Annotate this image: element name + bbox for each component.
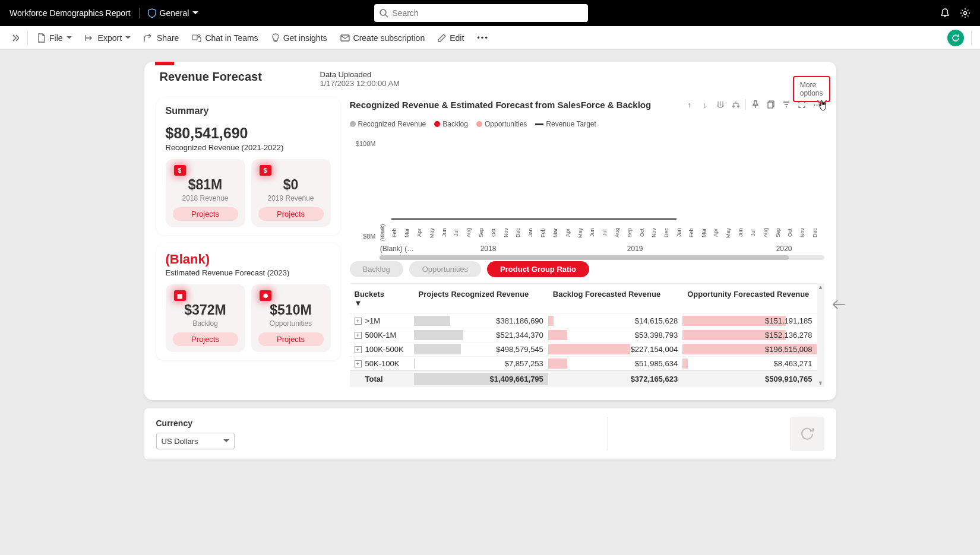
recognized-revenue-value: $80,541,690 xyxy=(166,125,331,142)
settings-icon[interactable] xyxy=(960,8,970,18)
file-menu[interactable]: File xyxy=(33,31,77,45)
pin-icon[interactable] xyxy=(748,97,763,112)
export-menu[interactable]: Export xyxy=(80,31,135,45)
pencil-icon xyxy=(438,34,446,42)
filter-icon[interactable] xyxy=(779,97,794,112)
expand-row-icon[interactable]: + xyxy=(355,332,362,339)
export-icon xyxy=(85,34,94,42)
th-recognized[interactable]: Projects Recognized Revenue xyxy=(414,287,548,310)
legend-marker xyxy=(476,121,482,127)
share-button[interactable]: Share xyxy=(139,31,184,45)
recognized-cell: $381,186,690 xyxy=(496,316,543,325)
uploaded-value: 1/17/2023 12:00:00 AM xyxy=(320,79,400,88)
more-actions-icon[interactable]: ••• xyxy=(472,31,494,45)
card-value: $0 xyxy=(254,177,328,193)
x-label: Sep xyxy=(478,222,491,243)
svg-point-4 xyxy=(198,34,200,37)
table-scrollbar[interactable]: ▲▼ xyxy=(817,283,824,387)
card-value: $81M xyxy=(168,177,243,193)
legend-item[interactable]: Backlog xyxy=(434,120,468,128)
drill-down-icon[interactable]: ↓ xyxy=(698,97,712,112)
subscribe-button[interactable]: Create subscription xyxy=(336,31,430,45)
pill-opportunities[interactable]: Opportunities xyxy=(409,261,481,277)
bucket-label: >1M xyxy=(365,316,381,325)
sort-desc-icon[interactable]: ▼ xyxy=(355,299,362,307)
pill-backlog[interactable]: Backlog xyxy=(350,261,403,277)
year-label: 2020 xyxy=(709,245,860,253)
chevron-down-icon xyxy=(223,439,229,443)
legend-label: Opportunities xyxy=(485,120,527,128)
sensitivity-dropdown[interactable]: General xyxy=(148,8,199,18)
card-icon: $ xyxy=(174,165,186,176)
page-title: Revenue Forecast xyxy=(160,70,320,84)
x-label: Mar xyxy=(701,222,713,243)
x-label: Dec xyxy=(663,222,676,243)
year-label: 2019 xyxy=(562,245,709,253)
notifications-icon[interactable] xyxy=(940,8,950,18)
th-buckets[interactable]: Buckets xyxy=(355,290,385,299)
total-recognized: $1,409,661,795 xyxy=(489,375,543,383)
summary-mini-card: ✺ $510M Opportunities Projects xyxy=(251,284,331,352)
table-row: +500K-1M $521,344,370 $53,398,793 $152,1… xyxy=(350,328,817,342)
x-label: Oct xyxy=(787,222,799,243)
projects-button[interactable]: Projects xyxy=(173,332,238,346)
bucket-label: 500K-1M xyxy=(365,331,397,340)
expand-row-icon[interactable]: + xyxy=(355,346,362,353)
expand-nav-icon[interactable] xyxy=(7,32,23,44)
x-label: Oct xyxy=(639,222,652,243)
more-options-button[interactable]: ⋯ More options xyxy=(810,97,824,112)
backlog-cell: $14,615,628 xyxy=(635,316,678,325)
summary-mini-card: ▦ $372M Backlog Projects xyxy=(166,284,245,352)
chart-title: Recognized Revenue & Estimated Forecast … xyxy=(350,100,682,110)
drill-up-icon[interactable]: ↑ xyxy=(682,97,697,112)
expand-row-icon[interactable]: + xyxy=(355,360,362,367)
opportunity-cell: $152,136,278 xyxy=(765,331,813,340)
x-label: May xyxy=(577,222,590,243)
search-input[interactable] xyxy=(374,4,588,22)
insights-label: Get insights xyxy=(283,33,327,43)
lightbulb-icon xyxy=(271,33,280,43)
share-icon xyxy=(144,34,153,42)
legend-item[interactable]: Revenue Target xyxy=(535,120,596,128)
th-opportunity[interactable]: Opportunity Forecasted Revenue xyxy=(682,287,817,310)
search-icon xyxy=(379,8,388,18)
x-label: Apr xyxy=(565,222,577,243)
currency-select[interactable]: US Dollars xyxy=(156,433,235,449)
x-label: May xyxy=(725,222,738,243)
refresh-button[interactable] xyxy=(947,30,964,46)
legend-item[interactable]: Opportunities xyxy=(476,120,527,128)
chat-teams-button[interactable]: Chat in Teams xyxy=(187,31,263,45)
x-label: Jul xyxy=(750,222,763,243)
card-sub: 2018 Revenue xyxy=(168,194,243,202)
chart-scrollbar[interactable] xyxy=(380,255,824,260)
back-arrow-icon[interactable] xyxy=(832,299,846,310)
edit-button[interactable]: Edit xyxy=(433,31,469,45)
svg-rect-3 xyxy=(192,35,197,40)
expand-hierarchy-icon[interactable] xyxy=(729,97,743,112)
subscribe-label: Create subscription xyxy=(353,33,425,43)
insights-button[interactable]: Get insights xyxy=(267,31,332,45)
expand-row-icon[interactable]: + xyxy=(355,318,362,325)
projects-button[interactable]: Projects xyxy=(258,332,324,346)
svg-point-0 xyxy=(380,9,386,15)
x-label: Mar xyxy=(552,222,565,243)
teams-icon xyxy=(192,34,201,42)
projects-button[interactable]: Projects xyxy=(173,207,238,221)
expand-down-icon[interactable] xyxy=(713,97,728,112)
legend-label: Revenue Target xyxy=(546,120,596,128)
x-label: Oct xyxy=(491,222,503,243)
divider xyxy=(27,31,28,45)
table-row: +100K-500K $498,579,545 $227,154,004 $19… xyxy=(350,342,817,356)
revenue-chart[interactable]: $100M $0M (Blank)FebMarAprMayJunJulAugSe… xyxy=(350,137,824,255)
projects-button[interactable]: Projects xyxy=(258,207,324,221)
recognized-revenue-label: Recognized Revenue (2021-2022) xyxy=(166,143,331,152)
th-backlog[interactable]: Backlog Forecasted Revenue xyxy=(548,287,682,310)
pill-product-group-ratio[interactable]: Product Group Ratio xyxy=(487,261,589,277)
x-label: Sep xyxy=(627,222,639,243)
legend-label: Backlog xyxy=(442,120,468,128)
copy-icon[interactable] xyxy=(764,97,778,112)
reset-filters-button[interactable] xyxy=(790,417,824,451)
blank-heading: (Blank) xyxy=(166,252,331,267)
svg-rect-6 xyxy=(768,102,773,108)
legend-item[interactable]: Recognized Revenue xyxy=(350,120,426,128)
